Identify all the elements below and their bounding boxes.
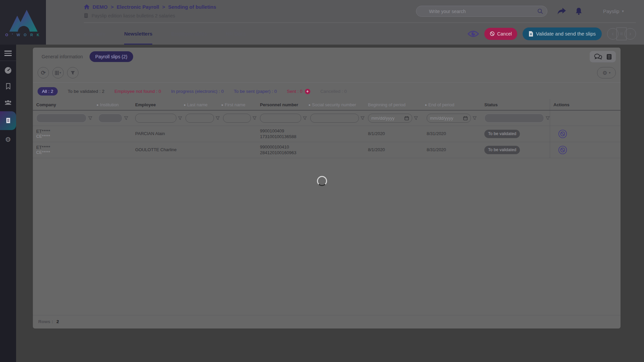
social-security-filter-input[interactable] bbox=[310, 114, 359, 123]
company-cell: ET***** CE***** bbox=[33, 129, 95, 139]
calendar-icon[interactable] bbox=[405, 116, 409, 120]
breadcrumb-item-demo[interactable]: DEMO bbox=[93, 4, 108, 10]
notifications-button[interactable] bbox=[575, 7, 582, 15]
funnel-icon bbox=[70, 71, 75, 75]
column-header-institution[interactable]: ▸Institution bbox=[95, 102, 132, 107]
status-filter-employee-not-found[interactable]: Employee not found : 0 bbox=[114, 89, 161, 94]
tab-general-information[interactable]: General information bbox=[38, 51, 87, 62]
search-box[interactable] bbox=[416, 6, 547, 17]
sidebar-item-settings[interactable]: ⚙ bbox=[0, 133, 16, 146]
share-button[interactable] bbox=[557, 8, 566, 15]
last-name-filter-input[interactable] bbox=[185, 114, 214, 123]
prohibition-circle-icon bbox=[558, 129, 567, 138]
tab-summary[interactable]: Summary bbox=[84, 23, 105, 45]
breadcrumb-item-electronic-payroll[interactable]: Electronic Payroll bbox=[117, 4, 159, 10]
page-menu-button[interactable]: ≡ bbox=[616, 27, 627, 40]
filter-cell-beginning-of-period: mm/dd/yyyy bbox=[365, 114, 423, 123]
chat-icon[interactable] bbox=[594, 53, 602, 60]
column-header-company[interactable]: Company bbox=[33, 102, 95, 107]
sidebar: ⚙ bbox=[0, 45, 16, 362]
search-input[interactable] bbox=[429, 9, 537, 14]
home-icon[interactable] bbox=[84, 4, 90, 9]
payslip-receipt-icon bbox=[6, 117, 11, 124]
sidebar-item-dashboard[interactable] bbox=[0, 64, 16, 77]
personnel-number-filter-input[interactable] bbox=[260, 114, 301, 123]
cancel-slip-button[interactable] bbox=[553, 145, 567, 155]
tab-hr-docs[interactable]: HR Docs bbox=[226, 23, 246, 45]
preview-button[interactable] bbox=[468, 30, 479, 38]
tab-newsletters[interactable]: Newsletters bbox=[124, 23, 152, 45]
filter-funnel-icon[interactable] bbox=[546, 116, 550, 120]
cancel-button[interactable]: Cancel bbox=[484, 28, 517, 40]
chevron-down-icon: ▾ bbox=[622, 9, 624, 13]
columns-button[interactable]: ▾ bbox=[52, 67, 64, 78]
filter-funnel-icon[interactable] bbox=[216, 116, 220, 120]
app-root: DEMO > Electronic Payroll > Sending of b… bbox=[0, 0, 644, 362]
column-header-last-name[interactable]: ▸Last name bbox=[182, 102, 220, 107]
column-header-employee[interactable]: Employee bbox=[132, 102, 182, 107]
filter-funnel-icon[interactable] bbox=[178, 116, 182, 120]
bell-icon bbox=[575, 7, 582, 15]
expand-caret-icon: ▸ bbox=[97, 103, 99, 107]
column-header-end-of-period[interactable]: ▸End of period bbox=[423, 102, 481, 107]
page-title: Payslip edition liasse bulletins 2 salar… bbox=[84, 13, 175, 18]
column-header-status[interactable]: Status bbox=[481, 102, 550, 107]
table-settings-button[interactable]: ⚙ ▾ bbox=[597, 67, 616, 78]
filter-funnel-icon[interactable] bbox=[253, 116, 257, 120]
tab-payroll-slips[interactable]: Payroll slips (2) bbox=[90, 51, 133, 62]
filter-funnel-icon[interactable] bbox=[473, 116, 477, 120]
institution-filter-input[interactable] bbox=[98, 114, 122, 123]
calendar-icon[interactable] bbox=[463, 116, 468, 120]
cancel-slip-button[interactable] bbox=[553, 129, 567, 138]
plus-badge-icon[interactable]: + bbox=[305, 89, 310, 94]
file-upload-icon bbox=[529, 31, 533, 37]
period-start-date-input[interactable]: mm/dd/yyyy bbox=[368, 114, 412, 123]
column-header-social-security-number[interactable]: ▸Social security number bbox=[307, 102, 365, 107]
column-header-beginning-of-period[interactable]: Beginning of period bbox=[365, 102, 423, 107]
status-filter-in-progress[interactable]: In progress (electronic) : 0 bbox=[171, 89, 224, 94]
news-document-icon[interactable] bbox=[606, 54, 612, 60]
first-name-filter-input[interactable] bbox=[223, 114, 251, 123]
search-icon[interactable] bbox=[537, 8, 543, 14]
table-row[interactable]: ET***** CE***** GOULOTTE Charline 990000… bbox=[33, 142, 621, 158]
status-cell: To be validated bbox=[481, 130, 550, 138]
sidebar-divider bbox=[0, 61, 16, 61]
app-logo[interactable]: O ' W O R K bbox=[0, 0, 46, 45]
sidebar-menu-toggle[interactable] bbox=[4, 51, 12, 56]
columns-icon bbox=[55, 71, 59, 75]
filter-funnel-icon[interactable] bbox=[361, 116, 365, 120]
expand-caret-icon: ▸ bbox=[222, 103, 223, 107]
company-filter-input[interactable] bbox=[36, 114, 87, 123]
filter-cell-social-security-number bbox=[307, 114, 365, 123]
status-filter-cancelled[interactable]: Cancelled : 0 bbox=[320, 89, 347, 94]
filter-funnel-icon[interactable] bbox=[303, 116, 307, 120]
sidebar-item-employees[interactable] bbox=[0, 96, 16, 109]
nav-tabs: Summary Newsletters Employee safes HR Do… bbox=[84, 23, 246, 45]
status-filter-row: All : 2 To be validated : 2 Employee not… bbox=[33, 83, 621, 99]
employee-filter-input[interactable] bbox=[135, 114, 176, 123]
status-filter-input[interactable] bbox=[484, 114, 544, 123]
cancel-button-label: Cancel bbox=[497, 31, 512, 37]
sidebar-item-bookmarks[interactable] bbox=[0, 80, 16, 93]
filter-button[interactable] bbox=[67, 67, 78, 78]
filter-funnel-icon[interactable] bbox=[414, 116, 418, 120]
sidebar-item-payslips[interactable] bbox=[0, 111, 16, 130]
validate-send-button[interactable]: Validate and send the slips bbox=[523, 27, 602, 40]
user-menu[interactable]: Payslip ▾ bbox=[603, 8, 624, 14]
filter-funnel-icon[interactable] bbox=[88, 116, 92, 120]
status-filter-to-be-validated[interactable]: To be validated : 2 bbox=[68, 89, 105, 94]
status-filter-sent[interactable]: Sent : 0 + bbox=[287, 89, 310, 94]
top-header: DEMO > Electronic Payroll > Sending of b… bbox=[0, 0, 644, 45]
period-start-cell: 8/1/2020 bbox=[365, 147, 423, 153]
filter-cell-first-name bbox=[220, 114, 257, 123]
status-filter-all[interactable]: All : 2 bbox=[38, 87, 58, 96]
breadcrumb-item-sending-of-bulletins[interactable]: Sending of bulletins bbox=[168, 4, 216, 10]
tab-employee-safes[interactable]: Employee safes bbox=[171, 23, 207, 45]
table-row[interactable]: ET***** CE***** PARCIAN Alain 9900100409… bbox=[33, 126, 621, 142]
refresh-button[interactable]: ⟳ bbox=[38, 67, 49, 78]
period-end-date-input[interactable]: mm/dd/yyyy bbox=[427, 114, 471, 123]
status-filter-to-be-sent[interactable]: To be sent (paper) : 0 bbox=[234, 89, 277, 94]
column-header-personnel-number[interactable]: Personnel number bbox=[257, 102, 307, 107]
column-header-first-name[interactable]: ▸First name bbox=[220, 102, 257, 107]
filter-funnel-icon[interactable] bbox=[124, 116, 128, 120]
